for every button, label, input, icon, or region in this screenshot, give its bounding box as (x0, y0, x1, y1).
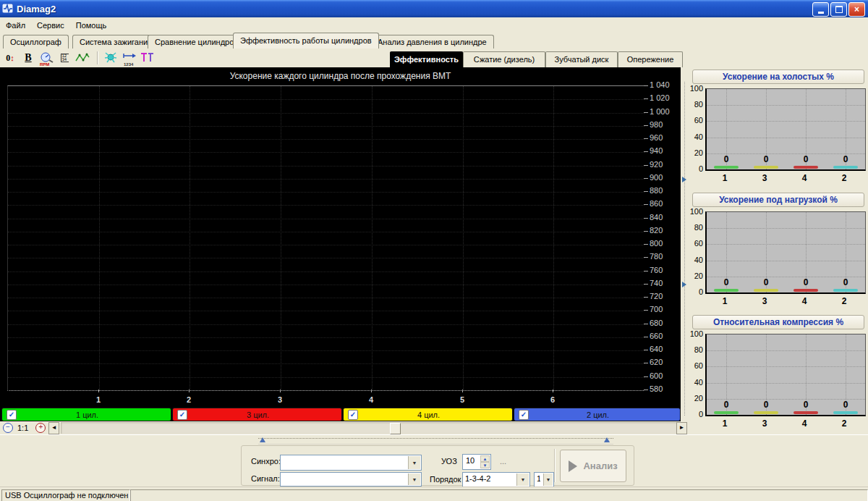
y-axis-tick (644, 191, 648, 192)
grid-line (8, 258, 644, 258)
scroll-right-button[interactable]: ► (676, 422, 687, 434)
subtab-efficiency[interactable]: Эффективность (390, 51, 463, 68)
vertical-slider-thumb-top[interactable] (682, 177, 686, 182)
grid-line (8, 152, 644, 153)
rpm-gauge-icon[interactable]: RPM (38, 50, 54, 66)
grid-line (707, 366, 865, 367)
subtab-advance[interactable]: Опережение (618, 51, 683, 67)
subtab-compression-diesel[interactable]: Сжатие (дизель) (463, 51, 545, 67)
bold-icon[interactable]: B (20, 50, 36, 66)
spinner-down-icon[interactable]: ▼ (480, 462, 490, 468)
y-axis-tick (644, 297, 648, 298)
cylinder-2-checkbox[interactable]: ✓ (519, 410, 529, 420)
grid-line (8, 126, 644, 127)
grid-line (8, 179, 644, 180)
y-axis-label: 600 (650, 371, 663, 380)
y-axis-tick (644, 85, 648, 86)
grid-line (463, 86, 464, 390)
zero-baseline-icon[interactable]: 0↕ (2, 50, 18, 66)
mini-bar (714, 289, 739, 292)
x-axis-label: 3 (754, 296, 775, 306)
zoom-out-button[interactable]: − (3, 423, 13, 433)
main-chart: Ускорение каждого цилиндра после прохожд… (0, 67, 681, 407)
y-axis-label: 100 (689, 207, 703, 216)
bar-value-label: 0 (715, 277, 737, 287)
x-axis-label: 2 (833, 173, 855, 183)
grid-line (8, 139, 644, 140)
order-label: Порядок (430, 475, 461, 484)
analyze-button[interactable]: Анализ (560, 450, 626, 482)
y-axis-label: 60 (689, 116, 703, 125)
tab-cylinder-efficiency[interactable]: Эффективность работы цилиндров (233, 33, 379, 49)
y-axis-label: 620 (650, 358, 663, 366)
spinner-up-icon[interactable]: ▲ (480, 455, 490, 462)
legend-cylinder-2[interactable]: ✓ 2 цил. (514, 408, 681, 421)
subtab-toothed-disk[interactable]: Зубчатый диск (545, 51, 618, 67)
tab-cylinder-comparison[interactable]: Сравнение цилиндров (148, 35, 245, 49)
dropdown-arrow-icon: ▼ (408, 473, 420, 485)
restore-button[interactable] (830, 2, 847, 17)
grid-line (8, 205, 644, 206)
sequence-arrows-icon[interactable]: 1234 (121, 50, 137, 66)
waveform-icon[interactable] (75, 50, 90, 66)
tab-oscillograph[interactable]: Осциллограф (3, 35, 69, 49)
y-axis-label: 720 (650, 292, 663, 300)
minimize-button[interactable] (812, 2, 829, 17)
y-axis-label: 980 (650, 120, 663, 129)
cylinder-3-checkbox[interactable]: ✓ (177, 410, 187, 420)
horizontal-scrollbar-thumb[interactable] (390, 423, 401, 434)
y-axis-label: 40 (689, 378, 703, 387)
firing-order-combobox[interactable]: 1-3-4-2 ▼ (462, 472, 530, 487)
grid-line (8, 113, 644, 114)
grid-line (8, 192, 644, 193)
cylinder-4-checkbox[interactable]: ✓ (348, 410, 358, 420)
y-axis-label: 680 (650, 319, 663, 327)
menu-item-file[interactable]: Файл (0, 20, 31, 31)
chart-plot-area[interactable] (7, 85, 644, 391)
x-axis-tick (98, 390, 99, 392)
chart-vertical-slider[interactable] (681, 67, 689, 421)
tab-cylinder-pressure-analysis[interactable]: Анализ давления в цилиндре (370, 35, 494, 49)
y-axis-label: 80 (689, 345, 703, 354)
vertical-slider-thumb-bottom[interactable] (682, 282, 686, 287)
pan-trackbar-right-thumb[interactable] (604, 437, 610, 442)
mini-bar (754, 289, 778, 292)
trigger-marker-icon[interactable] (139, 50, 155, 66)
y-axis-tick (644, 231, 648, 232)
sync-combobox[interactable]: ▼ (280, 455, 422, 471)
grid-line (8, 337, 644, 338)
signal-label: Сигнал: (251, 474, 280, 483)
y-axis-label: 1 020 (650, 93, 670, 102)
horizontal-scrollbar[interactable] (61, 422, 676, 434)
legend-cylinder-1[interactable]: ✓ 1 цил. (1, 408, 171, 421)
zoom-in-button[interactable]: + (35, 423, 46, 433)
y-axis-tick (644, 350, 648, 350)
panel-title: Ускорение под нагрузкой % (692, 193, 864, 207)
cylinder-1-checkbox[interactable]: ✓ (7, 410, 17, 420)
grid-line (8, 99, 644, 100)
y-axis-tick (644, 125, 648, 126)
x-axis-tick (280, 390, 281, 392)
legend-cylinder-3[interactable]: ✓ 3 цил. (172, 408, 342, 421)
sync-label: Синхро: (251, 457, 281, 466)
grid-line (8, 245, 644, 245)
pan-trackbar[interactable] (258, 438, 613, 445)
menu-item-service[interactable]: Сервис (31, 20, 70, 31)
y-axis-tick (644, 337, 648, 337)
scroll-left-button[interactable]: ◄ (48, 422, 59, 434)
uoz-spinner[interactable]: 10 ▲ ▼ (462, 454, 491, 470)
menu-item-help[interactable]: Помощь (70, 20, 113, 31)
y-axis-tick (644, 390, 648, 390)
y-axis-label: 60 (689, 361, 703, 370)
panel-title: Относительная компрессия % (692, 315, 864, 329)
pan-trackbar-left-thumb[interactable] (260, 437, 265, 442)
scale-ruler-icon[interactable]: 1234 (56, 50, 72, 66)
cylinder-count-combobox[interactable]: 1 ▼ (534, 472, 554, 487)
distributor-icon[interactable] (103, 50, 119, 66)
tab-ignition-system[interactable]: Система зажигания (72, 35, 159, 49)
y-axis-label: 880 (650, 186, 663, 195)
legend-cylinder-4[interactable]: ✓ 4 цил. (343, 408, 513, 421)
signal-combobox[interactable]: ▼ (280, 472, 422, 487)
close-button[interactable]: × (848, 2, 865, 17)
y-axis-label: 1 000 (650, 107, 670, 116)
